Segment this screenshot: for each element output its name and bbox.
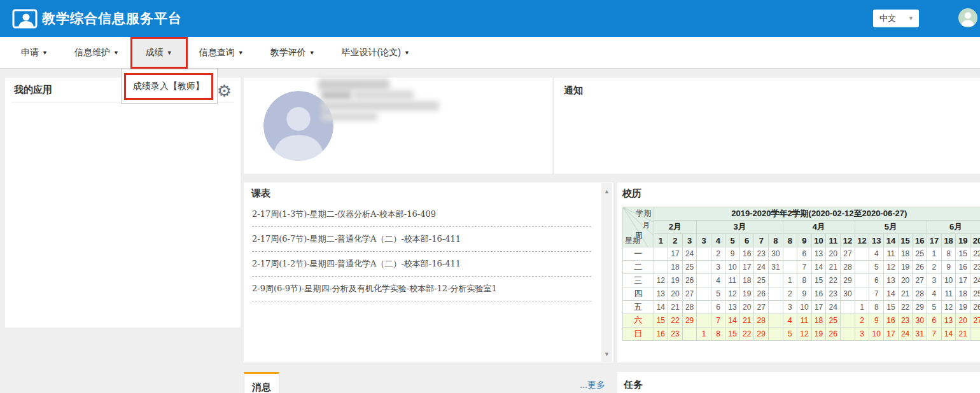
calendar-day-row: 五14212861320273101724181522295121926 [623, 301, 980, 314]
calendar-date-cell: 23 [826, 287, 841, 301]
calendar-weekday-label: 六 [623, 314, 654, 328]
calendar-date-cell: 15 [811, 274, 826, 287]
calendar-date-cell: 26 [754, 287, 769, 301]
calendar-date-cell: 2 [783, 287, 797, 301]
school-calendar-panel: 校历 学期月周星期2019-2020学年2学期(2020-02-12至2020-… [617, 183, 980, 362]
calendar-date-cell: 9 [869, 314, 884, 328]
user-avatar[interactable] [958, 8, 977, 27]
calendar-date-cell: 22 [668, 314, 683, 328]
calendar-week-number: 13 [869, 234, 884, 247]
calendar-weekday-label: 五 [623, 301, 654, 314]
calendar-date-cell: 17 [811, 301, 826, 314]
redacted-profile-text [318, 79, 389, 90]
schedule-item: 2-17周(6-7节)-星期二-普通化学A（二）-校本部-16-411 [252, 227, 591, 252]
calendar-date-cell: 15 [956, 247, 970, 261]
calendar-table: 学期月周星期2019-2020学年2学期(2020-02-12至2020-06-… [622, 207, 980, 341]
calendar-date-cell: 6 [797, 247, 812, 261]
messages-panel: 消息 ...更多 [244, 372, 613, 393]
tab-messages[interactable]: 消息 [244, 372, 279, 393]
calendar-date-cell: 12 [725, 287, 740, 301]
calendar-date-cell [697, 247, 711, 261]
calendar-date-cell: 26 [913, 261, 927, 274]
calendar-date-cell: 29 [841, 274, 855, 287]
calendar-date-cell: 21 [668, 301, 683, 314]
language-label: 中文 [879, 13, 896, 24]
calendar-date-cell: 9 [797, 287, 812, 301]
calendar-week-number: 12 [841, 234, 855, 247]
tasks-panel: 任务 [617, 372, 980, 393]
calendar-date-cell: 27 [841, 247, 855, 261]
calendar-date-cell: 30 [913, 314, 927, 328]
redacted-profile-text [321, 90, 352, 100]
menu-item-grade-entry-teacher[interactable]: 成绩录入【教师】 [133, 81, 204, 92]
calendar-date-cell: 5 [711, 287, 725, 301]
user-avatar-icon [958, 8, 977, 27]
calendar-date-cell: 17 [739, 261, 754, 274]
calendar-date-cell: 18 [956, 287, 970, 301]
calendar-date-cell [697, 261, 711, 274]
language-selector[interactable]: 中文 ▼ [873, 10, 919, 27]
nav-item-info-query[interactable]: 信息查询▼ [186, 39, 257, 67]
calendar-week-number: 15 [898, 234, 913, 247]
calendar-weekday-label: 二 [623, 261, 654, 274]
calendar-date-cell: 15 [654, 314, 668, 328]
calendar-date-cell: 3 [855, 328, 869, 341]
nav-item-label: 申请 [21, 47, 39, 59]
tasks-title: 任务 [624, 379, 643, 391]
calendar-week-number: 14 [884, 234, 899, 247]
calendar-week-number: 5 [725, 234, 740, 247]
redacted-profile-text [353, 90, 414, 100]
calendar-date-cell: 28 [841, 261, 855, 274]
calendar-date-cell: 1 [927, 247, 942, 261]
schedule-list: 2-17周(1-3节)-星期二-仪器分析A-校本部-16-4092-17周(6-… [252, 202, 591, 301]
nav-item-label: 成绩 [146, 47, 164, 59]
calendar-week-number: 10 [811, 234, 826, 247]
calendar-date-cell: 19 [898, 261, 913, 274]
calendar-date-cell: 23 [668, 328, 683, 341]
calendar-date-cell: 1 [783, 274, 797, 287]
calendar-week-number: 1 [654, 234, 668, 247]
calendar-date-cell: 2 [927, 261, 942, 274]
more-link[interactable]: ...更多 [580, 380, 605, 391]
calendar-date-cell [682, 328, 697, 341]
calendar-month-header: 3月 [697, 221, 783, 234]
calendar-week-number: 18 [941, 234, 956, 247]
calendar-date-cell: 4 [711, 274, 725, 287]
calendar-date-cell: 13 [725, 301, 740, 314]
scroll-up-icon[interactable]: ▲ [601, 186, 612, 197]
calendar-date-cell: 7 [711, 314, 725, 328]
nav-item-label: 毕业设计(论文) [342, 47, 401, 59]
annotation-red-box: 成绩录入【教师】 [124, 73, 213, 100]
nav-item-info-maintenance[interactable]: 信息维护▼ [61, 39, 132, 67]
nav-item-apply[interactable]: 申请▼ [8, 39, 61, 67]
scrollbar[interactable]: ▲ ▼ [601, 183, 612, 362]
calendar-date-cell [769, 314, 783, 328]
calendar-date-cell: 19 [739, 287, 754, 301]
nav-item-label: 教学评价 [270, 47, 306, 59]
calendar-date-cell: 3 [783, 301, 797, 314]
calendar-date-cell: 5 [783, 328, 797, 341]
calendar-date-cell: 10 [869, 328, 884, 341]
schedule-panel: 课表 2-17周(1-3节)-星期二-仪器分析A-校本部-16-4092-17周… [244, 183, 613, 362]
nav-item-grades[interactable]: 成绩▼ [132, 39, 186, 67]
calendar-date-cell: 11 [725, 274, 740, 287]
scroll-down-icon[interactable]: ▼ [601, 348, 612, 359]
calendar-date-cell: 24 [898, 328, 913, 341]
schedule-title: 课表 [251, 188, 270, 200]
calendar-date-cell: 19 [956, 301, 970, 314]
calendar-day-row: 四13202751219262916233071421284111825 [623, 287, 980, 301]
calendar-date-cell: 19 [811, 328, 826, 341]
calendar-date-cell: 20 [668, 287, 683, 301]
calendar-date-cell: 7 [797, 261, 812, 274]
calendar-date-cell [769, 328, 783, 341]
nav-item-graduation-thesis[interactable]: 毕业设计(论文)▼ [328, 39, 423, 67]
calendar-date-cell: 25 [826, 314, 841, 328]
calendar-date-cell: 18 [668, 261, 683, 274]
calendar-date-cell: 14 [941, 328, 956, 341]
calendar-date-cell: 16 [654, 328, 668, 341]
calendar-date-cell: 8 [869, 301, 884, 314]
gear-icon[interactable]: ⚙ [217, 81, 232, 100]
calendar-date-cell [855, 287, 869, 301]
chevron-down-icon: ▼ [238, 50, 244, 56]
nav-item-teaching-evaluation[interactable]: 教学评价▼ [257, 39, 328, 67]
